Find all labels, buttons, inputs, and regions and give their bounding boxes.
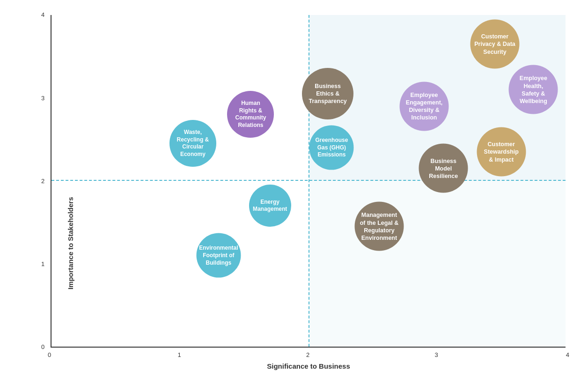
chart-area: 0 1 2 3 4 0 1 2 3 4 Significance to Busi… — [51, 15, 566, 348]
highlight-bottom-right — [309, 181, 566, 347]
bubble-waste-recycling: Waste,Recycling &CircularEconomy — [169, 120, 216, 167]
y-tick-3: 3 — [41, 95, 44, 102]
bubble-employee-health: EmployeeHealth,Safety &Wellbeing — [509, 65, 558, 114]
bubble-environmental-footprint: EnvironmentalFootprint ofBuildings — [196, 233, 241, 278]
bubble-energy-management: EnergyManagement — [249, 185, 291, 227]
bubble-human-rights: HumanRights &CommunityRelations — [227, 91, 274, 138]
bubble-customer-stewardship: CustomerStewardship& Impact — [477, 127, 526, 177]
y-tick-4: 4 — [41, 11, 44, 18]
x-tick-4: 4 — [566, 351, 569, 358]
y-tick-2: 2 — [41, 178, 44, 185]
x-axis-label: Significance to Business — [267, 362, 350, 370]
x-tick-3: 3 — [435, 351, 438, 358]
x-tick-2: 2 — [306, 351, 309, 358]
bubble-business-ethics: BusinessEthics &Transparency — [302, 68, 353, 119]
grid-line-vertical — [309, 15, 309, 347]
bubble-greenhouse-gas: GreenhouseGas (GHG)Emissions — [309, 126, 354, 170]
x-tick-0: 0 — [48, 351, 51, 358]
bubble-customer-privacy: CustomerPrivacy & DataSecurity — [470, 19, 520, 68]
x-tick-1: 1 — [178, 351, 181, 358]
bubble-business-model: BusinessModelResilience — [419, 144, 468, 193]
y-tick-0: 0 — [41, 343, 44, 350]
grid-line-horizontal — [51, 180, 566, 181]
bubble-employee-engagement: EmployeeEngagement,Diversity &Inclusion — [400, 82, 449, 131]
chart-wrapper: Importance to Stakeholders 0 1 2 3 4 0 1… — [18, 10, 570, 376]
bubble-legal-regulatory: Managementof the Legal &RegulatoryEnviro… — [354, 202, 404, 251]
y-tick-1: 1 — [41, 260, 44, 267]
